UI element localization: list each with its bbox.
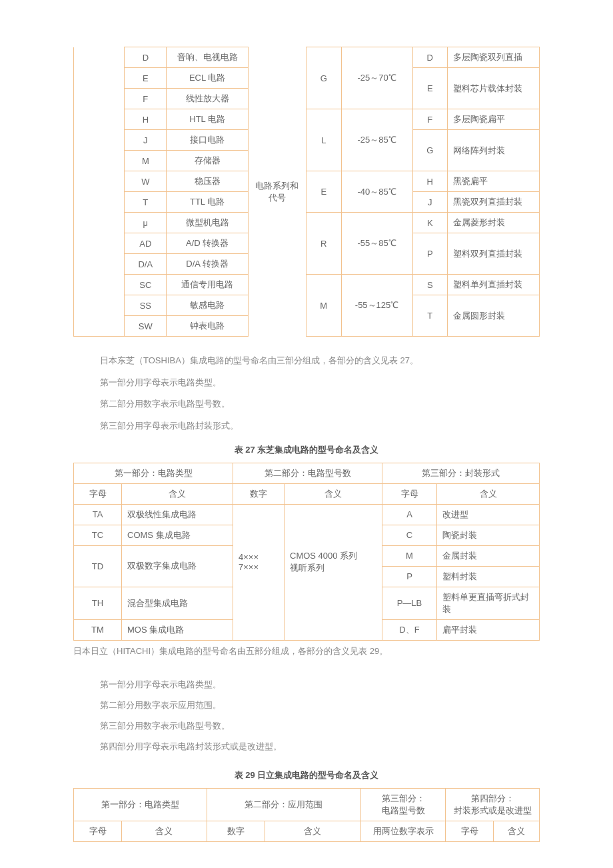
temp-code: G (320, 73, 327, 83)
header-cell: 第三部分：封装形式 (422, 468, 500, 478)
code-cell: F (143, 94, 148, 104)
subheader-cell: 字母 (89, 489, 107, 499)
table-row: 字母 含义 数字 含义 字母 含义 (74, 483, 540, 504)
desc-cell: 音响、电视电路 (177, 52, 238, 62)
temp-range: -25～85℃ (357, 135, 396, 145)
code-cell: D/A (138, 259, 153, 269)
paragraph: 第一部分用字母表示电路类型。 (100, 677, 540, 693)
temp-code: L (321, 135, 326, 145)
code-cell: TC (92, 530, 103, 540)
desc-cell: COMS 集成电路 (127, 530, 191, 540)
table-row: TM MOS 集成电路 D、F 扁平封装 (74, 619, 540, 640)
pkg-code: J (428, 197, 432, 207)
desc-cell: 微型机电路 (186, 217, 229, 227)
header-cell: 第一部分：电路类型 (101, 799, 179, 809)
code-cell: P (406, 571, 412, 581)
pkg-code: H (427, 177, 433, 187)
pkg-desc: 塑料单列直插封装 (453, 279, 522, 289)
desc-cell: D/A 转换器 (186, 259, 229, 269)
header-cell: 第二部分：电路型号数 (265, 468, 351, 478)
code-cell: J (143, 135, 148, 145)
subheader-cell: 数字 (250, 489, 267, 499)
pkg-desc: 金属菱形封装 (453, 217, 505, 227)
table-row: μ 微型机电路 R -55～85℃ K 金属菱形封装 (74, 213, 540, 233)
code-cell: P—LB (397, 598, 422, 608)
paragraph: 第三部分用字母表示电路封装形式。 (100, 418, 540, 435)
code-cell: E (143, 73, 149, 83)
desc-cell: MOS 集成电路 (127, 625, 184, 635)
desc-cell: 混合型集成电路 (127, 598, 188, 608)
paragraph: 日本东芝（TOSHIBA）集成电路的型号命名由三部分组成，各部分的含义见表 27… (100, 353, 540, 369)
pkg-code: P (427, 249, 433, 259)
table-row: 第一部分：电路类型 第二部分：应用范围 第三部分：电路型号数 第四部分：封装形式… (74, 789, 540, 821)
desc-cell: A/D 转换器 (186, 238, 229, 248)
code-cell: M (406, 551, 413, 561)
desc-cell: 扁平封装 (442, 625, 477, 635)
desc-cell: 存储器 (195, 155, 221, 165)
table-row: 字母 含义 数字 含义 用两位数字表示 字母 含义 (74, 821, 540, 842)
code-cell: C (406, 530, 412, 540)
code-cell: W (141, 177, 149, 187)
desc-cell: 改进型 (442, 509, 468, 519)
paragraph: 第三部分用数字表示电路型号数。 (100, 718, 540, 735)
desc-cell: 敏感电路 (190, 300, 225, 310)
desc-cell: HTL 电路 (189, 114, 225, 124)
subheader-cell: 含义 (155, 826, 173, 836)
pkg-code: T (427, 311, 432, 321)
table-part1-continued: D 音响、电视电路 电路系列和代号 G -25～70℃ D 多层陶瓷双列直插 E… (73, 47, 540, 337)
temp-range: -25～70℃ (357, 73, 396, 83)
header-cell: 第一部分：电路类型 (115, 468, 193, 478)
desc-cell: 金属封装 (442, 551, 477, 561)
desc-cell: CMOS 4000 系列 视听系列 (290, 551, 357, 573)
desc-cell: 线性放大器 (186, 93, 229, 103)
code-cell: AD (139, 239, 151, 249)
code-cell: μ (143, 218, 149, 228)
pkg-desc: 黑瓷双列直插封装 (453, 197, 522, 207)
temp-range: -55～125℃ (355, 300, 398, 310)
paragraph: 第二部分用数字表示应用范围。 (100, 697, 540, 714)
subheader-cell: 字母 (401, 489, 418, 499)
code-cell: M (142, 156, 149, 166)
paragraph: 第四部分用字母表示电路封装形式或是改进型。 (100, 739, 540, 755)
header-cell: 第二部分：应用范围 (245, 799, 322, 809)
desc-cell: 稳压器 (195, 176, 221, 186)
code-cell: TA (93, 509, 103, 519)
table-row: W 稳压器 E -40～85℃ H 黑瓷扁平 (74, 171, 540, 192)
header-cell: 封装形式或是改进型 (454, 805, 532, 815)
subheader-cell: 含义 (169, 489, 186, 499)
pkg-code: E (427, 83, 433, 93)
paragraph: 第二部分用数字表示电路型号数。 (100, 396, 540, 413)
desc-cell: ECL 电路 (189, 73, 225, 83)
pkg-code: K (427, 218, 433, 228)
table-row: TA 双极线性集成电路 4××× 7××× CMOS 4000 系列 视听系列 … (74, 504, 540, 525)
desc-cell: 双极数字集成电路 (127, 561, 197, 571)
subheader-cell: 含义 (480, 489, 497, 499)
code-cell: T (143, 197, 148, 207)
subheader-cell: 字母 (89, 826, 107, 836)
subheader-cell: 含义 (508, 826, 525, 836)
temp-range: -40～85℃ (357, 187, 396, 197)
header-cell: 第三部分： (382, 793, 425, 803)
pkg-desc: 塑料芯片载体封装 (453, 83, 522, 93)
desc-cell: 钟表电路 (190, 321, 225, 331)
temp-code: M (320, 301, 327, 311)
code-cell: TD (92, 561, 103, 571)
desc-cell: 通信专用电路 (181, 279, 233, 289)
table-caption-27: 表 27 东芝集成电路的型号命名及含义 (73, 444, 540, 456)
pkg-desc: 多层陶瓷双列直插 (453, 52, 522, 62)
header-cell: 第四部分： (471, 793, 514, 803)
temp-code: E (320, 187, 326, 197)
paragraph: 日本日立（HITACHI）集成电路的型号命名由五部分组成，各部分的含义见表 29… (73, 643, 540, 660)
temp-code: R (320, 239, 326, 249)
subheader-cell: 含义 (304, 826, 321, 836)
table-row: 第一部分：电路类型 第二部分：电路型号数 第三部分：封装形式 (74, 463, 540, 483)
paragraph: 第一部分用字母表示电路类型。 (100, 375, 540, 391)
code-cell: A (406, 509, 412, 519)
num-cell: 4××× 7××× (239, 552, 259, 572)
pkg-desc: 多层陶瓷扁平 (453, 114, 505, 124)
code-cell: D (143, 53, 149, 63)
pkg-desc: 黑瓷扁平 (453, 176, 488, 186)
subheader-cell: 数字 (227, 826, 245, 836)
desc-cell: 塑料封装 (442, 571, 477, 581)
desc-cell: 塑料单更直插弯折式封装 (442, 592, 529, 614)
